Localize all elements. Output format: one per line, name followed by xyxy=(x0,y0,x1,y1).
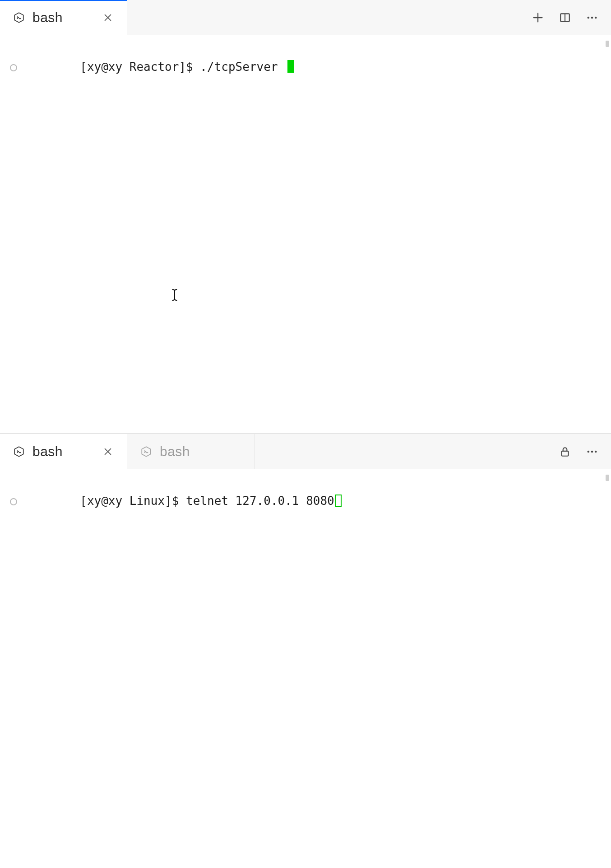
scrollbar-thumb[interactable] xyxy=(606,41,609,47)
gutter-circle-icon xyxy=(10,64,17,71)
terminal-body-bottom[interactable]: [xy@xy Linux]$ telnet 127.0.0.1 8080 xyxy=(0,469,611,867)
toolbar-actions-top xyxy=(519,0,611,35)
terminal-line: [xy@xy Linux]$ telnet 127.0.0.1 8080 xyxy=(10,477,601,525)
command-text: ./tcpServer xyxy=(200,60,285,74)
tab-bar-top: bash xyxy=(0,0,611,35)
cursor-outline-icon xyxy=(335,495,342,507)
svg-rect-4 xyxy=(561,451,568,456)
gutter-circle-icon xyxy=(10,498,17,505)
svg-point-5 xyxy=(588,450,590,453)
text-cursor-icon xyxy=(170,288,180,302)
tab-bash-bottom-2[interactable]: bash xyxy=(127,434,255,469)
new-terminal-button[interactable] xyxy=(526,6,550,29)
prompt-text: [xy@xy Linux]$ xyxy=(80,494,186,508)
terminal-pane-top: bash xyxy=(0,0,611,434)
terminal-icon xyxy=(140,445,153,458)
terminal-pane-bottom: bash bash xyxy=(0,434,611,867)
tab-label: bash xyxy=(32,10,92,25)
close-icon[interactable] xyxy=(99,9,117,27)
scrollbar-thumb[interactable] xyxy=(606,475,609,481)
tab-bash-bottom-1[interactable]: bash xyxy=(0,434,127,469)
svg-point-2 xyxy=(591,16,593,19)
terminal-line: [xy@xy Reactor]$ ./tcpServer xyxy=(10,43,601,91)
prompt-text: [xy@xy Reactor]$ xyxy=(80,60,200,74)
cursor-block-icon xyxy=(287,60,294,73)
tab-bar-bottom: bash bash xyxy=(0,434,611,469)
more-actions-button[interactable] xyxy=(580,440,604,463)
close-icon[interactable] xyxy=(99,443,117,461)
terminal-icon xyxy=(13,445,25,458)
split-terminal-button[interactable] xyxy=(553,6,577,29)
tab-bash-top[interactable]: bash xyxy=(0,0,127,35)
toolbar-actions-bottom xyxy=(546,434,611,469)
terminal-icon xyxy=(13,11,25,24)
tab-label: bash xyxy=(160,444,244,459)
svg-point-7 xyxy=(595,450,597,453)
command-text: telnet 127.0.0.1 8080 xyxy=(186,494,334,508)
svg-point-6 xyxy=(591,450,593,453)
svg-point-1 xyxy=(588,16,590,19)
tab-label: bash xyxy=(32,444,92,459)
svg-point-3 xyxy=(595,16,597,19)
lock-icon[interactable] xyxy=(553,440,577,463)
terminal-body-top[interactable]: [xy@xy Reactor]$ ./tcpServer xyxy=(0,35,611,433)
more-actions-button[interactable] xyxy=(580,6,604,29)
